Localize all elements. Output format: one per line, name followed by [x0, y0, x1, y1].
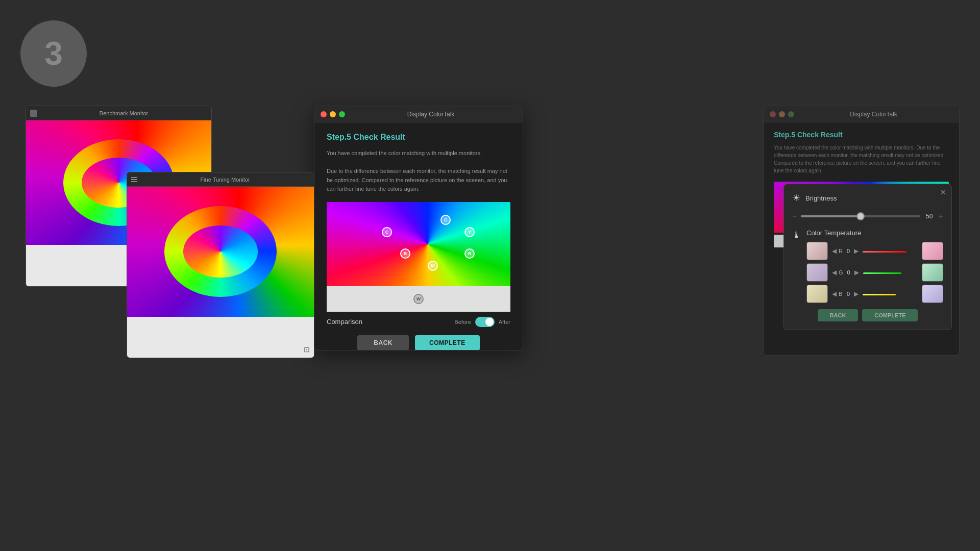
- right-window-title: Display ColorTalk: [794, 111, 953, 118]
- step-number-circle: 3: [20, 20, 87, 87]
- color-temp-controls: Color Temperature ◀ R 0 ▶ ◀ G: [806, 229, 943, 303]
- g-channel-bar: [863, 272, 901, 274]
- brightness-label: Brightness: [805, 194, 943, 202]
- color-dot-w: W: [413, 294, 424, 304]
- finetuning-image-area: [127, 187, 314, 358]
- toggle-group: Before After: [454, 317, 510, 327]
- description-line2: Due to the difference between each monit…: [327, 167, 510, 194]
- finetuning-swirl: [127, 187, 314, 317]
- b-channel-bar: [863, 294, 896, 295]
- finetuning-titlebar: Fine Tuning Monitor: [127, 172, 314, 187]
- main-window-title: Display ColorTalk: [345, 111, 517, 118]
- color-dot-c: C: [382, 227, 392, 237]
- temperature-icon: 🌡: [792, 230, 801, 241]
- right-description: You have completed the color matching wi…: [774, 144, 949, 174]
- maximize-button[interactable]: [339, 111, 345, 117]
- main-titlebar: Display ColorTalk: [314, 106, 523, 122]
- g-before-swatch: [806, 263, 828, 282]
- r-channel-label: R: [839, 248, 843, 254]
- main-content: Step.5 Check Result You have completed t…: [314, 122, 523, 350]
- toggle-knob: [485, 318, 494, 326]
- right-titlebar: Display ColorTalk: [764, 106, 959, 122]
- traffic-lights: [321, 111, 345, 117]
- benchmark-window-title: Benchmark Monitor: [40, 110, 207, 116]
- g-channel-value: 0: [845, 269, 852, 276]
- panel-complete-button[interactable]: COMPLETE: [862, 309, 918, 321]
- finetuning-swirl-center: [183, 226, 258, 278]
- right-close-button[interactable]: [770, 111, 776, 117]
- finetuning-window-title: Fine Tuning Monitor: [140, 177, 310, 183]
- before-label: Before: [454, 319, 471, 325]
- after-label: After: [499, 319, 510, 325]
- g-after-swatch: [922, 263, 943, 282]
- description-block: You have completed the color matching wi…: [327, 149, 510, 194]
- right-traffic-lights: [770, 111, 794, 117]
- brightness-panel: ✕ ☀ Brightness − 50 + 🌡 Color Temperatur…: [783, 184, 952, 330]
- step-number: 3: [44, 35, 63, 72]
- color-temp-section: 🌡 Color Temperature ◀ R 0 ▶ ◀: [792, 229, 943, 303]
- before-after-toggle[interactable]: [475, 317, 495, 327]
- r-decrease-button[interactable]: ◀: [832, 247, 837, 255]
- brightness-value: 50: [924, 213, 935, 220]
- description-line1: You have completed the color matching wi…: [327, 149, 510, 158]
- b-after-swatch: [922, 285, 943, 303]
- right-step-heading: Step.5 Check Result: [774, 131, 949, 139]
- brightness-icon: ☀: [792, 192, 800, 204]
- complete-button[interactable]: COMPLETE: [415, 335, 480, 350]
- brightness-row: ☀ Brightness: [792, 192, 943, 204]
- r-channel-bar: [863, 251, 906, 253]
- color-dot-y: Y: [464, 227, 475, 237]
- r-before-swatch: [806, 242, 828, 260]
- g-increase-button[interactable]: ▶: [854, 269, 859, 276]
- color-dot-b: B: [400, 248, 410, 259]
- panel-close-button[interactable]: ✕: [940, 188, 946, 196]
- brightness-slider-row: − 50 +: [792, 212, 943, 221]
- close-button[interactable]: [321, 111, 327, 117]
- benchmark-titlebar: Benchmark Monitor: [26, 106, 211, 120]
- resize-icon[interactable]: ⊡: [304, 345, 310, 354]
- brightness-slider-track[interactable]: [801, 215, 920, 217]
- action-buttons: BACK COMPLETE: [327, 335, 510, 350]
- g-decrease-button[interactable]: ◀: [832, 269, 837, 276]
- minimize-button[interactable]: [330, 111, 336, 117]
- r-increase-button[interactable]: ▶: [854, 247, 859, 255]
- b-decrease-button[interactable]: ◀: [832, 290, 837, 297]
- b-before-swatch: [806, 285, 828, 303]
- brightness-slider-fill: [801, 215, 861, 217]
- b-channel-label: B: [839, 291, 843, 297]
- g-channel-control: ◀ G 0 ▶: [832, 269, 859, 276]
- comparison-label: Comparison: [327, 318, 362, 325]
- color-dot-m: M: [428, 261, 438, 271]
- color-swirl: G C Y B R M: [327, 202, 510, 286]
- r-after-swatch: [922, 242, 943, 260]
- b-channel-value: 0: [845, 291, 852, 297]
- panel-back-button[interactable]: BACK: [818, 309, 859, 321]
- b-channel-control: ◀ B 0 ▶: [832, 290, 859, 297]
- comparison-section: Comparison Before After: [327, 317, 510, 327]
- main-colortalk-window: Display ColorTalk Step.5 Check Result Yo…: [314, 106, 523, 350]
- finetuning-monitor-window: Fine Tuning Monitor ⊡: [127, 172, 314, 358]
- window-icon: [30, 110, 37, 117]
- finetuning-white-bar: [127, 317, 314, 358]
- color-reference-image: G C Y B R M: [327, 202, 510, 286]
- b-increase-button[interactable]: ▶: [854, 290, 859, 297]
- color-dot-r: R: [464, 248, 475, 259]
- white-reference-bar: W: [327, 286, 510, 312]
- r-channel-value: 0: [845, 248, 852, 254]
- right-minimize-button[interactable]: [779, 111, 785, 117]
- panel-button-row: BACK COMPLETE: [792, 309, 943, 321]
- right-maximize-button[interactable]: [788, 111, 794, 117]
- back-button[interactable]: BACK: [357, 335, 409, 350]
- brightness-decrease-button[interactable]: −: [792, 212, 797, 221]
- color-temp-label: Color Temperature: [806, 229, 943, 237]
- brightness-slider-thumb[interactable]: [856, 212, 865, 220]
- r-channel-control: ◀ R 0 ▶: [832, 247, 859, 255]
- color-reference-container: G C Y B R M: [327, 202, 510, 312]
- menu-icon: [131, 177, 137, 182]
- color-dot-g: G: [440, 215, 451, 225]
- brightness-increase-button[interactable]: +: [939, 212, 943, 221]
- g-channel-label: G: [839, 269, 843, 276]
- step-heading: Step.5 Check Result: [327, 133, 510, 142]
